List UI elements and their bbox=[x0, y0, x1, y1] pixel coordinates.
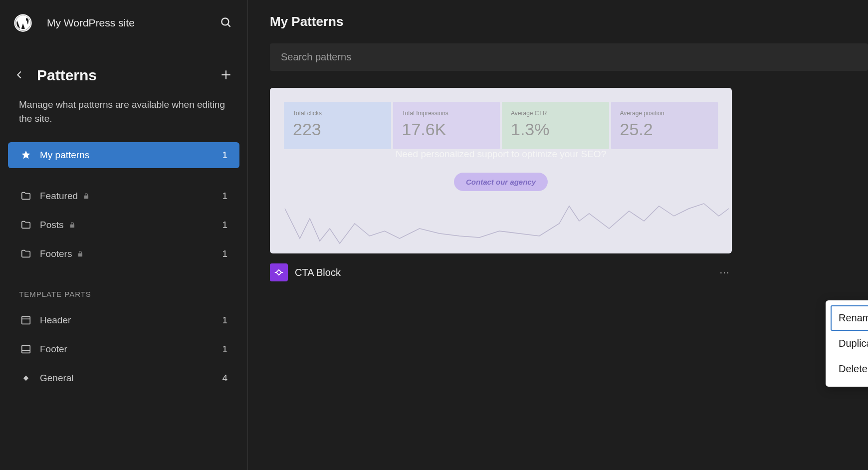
page-title: My Patterns bbox=[270, 14, 868, 29]
add-icon[interactable] bbox=[219, 68, 233, 82]
folder-icon bbox=[20, 219, 32, 231]
stat-value: 1.3% bbox=[511, 120, 600, 139]
pattern-card: Total clicks 223 Total Impressions 17.6K… bbox=[270, 88, 732, 291]
preview-cta-button: Contact our agency bbox=[454, 173, 548, 191]
sidebar-item-count: 4 bbox=[222, 373, 227, 384]
chart-area bbox=[270, 194, 732, 253]
sidebar-item-count: 1 bbox=[222, 220, 227, 231]
patterns-description: Manage what patterns are available when … bbox=[0, 84, 247, 137]
back-icon[interactable] bbox=[14, 69, 26, 81]
stat-label: Average position bbox=[620, 110, 709, 117]
stat-value: 223 bbox=[293, 120, 382, 139]
wordpress-logo-icon[interactable] bbox=[14, 14, 32, 32]
sidebar-item-featured[interactable]: Featured 1 bbox=[8, 183, 239, 209]
svg-point-1 bbox=[221, 18, 228, 25]
stat-box: Total clicks 223 bbox=[284, 102, 391, 149]
preview-question: Need personalized support to optimize yo… bbox=[270, 149, 732, 160]
sidebar-item-posts[interactable]: Posts 1 bbox=[8, 212, 239, 238]
lock-icon bbox=[83, 193, 90, 200]
diamond-icon bbox=[20, 372, 32, 384]
menu-item-duplicate[interactable]: Duplicate bbox=[831, 331, 868, 356]
sidebar-item-label: Header bbox=[40, 315, 214, 326]
sidebar-item-footer[interactable]: Footer 1 bbox=[8, 336, 239, 362]
sidebar-item-label: My patterns bbox=[40, 150, 214, 161]
more-options-icon[interactable]: ⋯ bbox=[718, 266, 732, 278]
template-parts-heading: TEMPLATE PARTS bbox=[0, 275, 247, 302]
star-icon bbox=[20, 149, 32, 161]
menu-item-rename[interactable]: Rename bbox=[831, 305, 868, 331]
sidebar-item-label: General bbox=[40, 373, 214, 384]
stat-label: Average CTR bbox=[511, 110, 600, 117]
sidebar-item-count: 1 bbox=[222, 191, 227, 202]
site-header: My WordPress site bbox=[0, 9, 247, 37]
lock-icon bbox=[69, 222, 76, 229]
search-input[interactable] bbox=[281, 51, 857, 63]
template-parts-list: Header 1 Footer 1 General 4 bbox=[0, 302, 247, 399]
stats-row: Total clicks 223 Total Impressions 17.6K… bbox=[270, 88, 732, 149]
folder-icon bbox=[20, 248, 32, 260]
sidebar-item-footers[interactable]: Footers 1 bbox=[8, 241, 239, 267]
pattern-meta: CTA Block ⋯ bbox=[270, 253, 732, 291]
sidebar: My WordPress site Patterns Manage what p… bbox=[0, 0, 248, 470]
stat-box: Average CTR 1.3% bbox=[502, 102, 609, 149]
site-title[interactable]: My WordPress site bbox=[47, 17, 205, 29]
sidebar-item-my-patterns[interactable]: My patterns 1 bbox=[8, 142, 239, 168]
pattern-type-icon bbox=[270, 263, 288, 281]
header-icon bbox=[20, 314, 32, 326]
svg-rect-5 bbox=[22, 317, 30, 324]
lock-icon bbox=[77, 250, 84, 257]
sidebar-item-label: Featured bbox=[40, 191, 214, 202]
svg-rect-7 bbox=[22, 346, 30, 353]
stat-label: Total Impressions bbox=[402, 110, 491, 117]
sidebar-item-count: 1 bbox=[222, 315, 227, 326]
main-content: My Patterns Total clicks 223 Total Impre… bbox=[248, 0, 868, 470]
stat-value: 25.2 bbox=[620, 120, 709, 139]
stat-value: 17.6K bbox=[402, 120, 491, 139]
sidebar-item-header[interactable]: Header 1 bbox=[8, 307, 239, 333]
menu-item-delete[interactable]: Delete bbox=[831, 356, 868, 382]
pattern-categories-list: My patterns 1 Featured 1 Posts 1 bbox=[0, 137, 247, 275]
pattern-name: CTA Block bbox=[295, 267, 711, 278]
svg-line-2 bbox=[228, 24, 230, 27]
search-icon[interactable] bbox=[219, 16, 233, 30]
stat-box: Average position 25.2 bbox=[611, 102, 718, 149]
folder-icon bbox=[20, 190, 32, 202]
patterns-title: Patterns bbox=[37, 67, 209, 84]
sidebar-item-label: Footers bbox=[40, 248, 214, 259]
stat-box: Total Impressions 17.6K bbox=[393, 102, 500, 149]
patterns-header: Patterns bbox=[0, 37, 247, 84]
stat-label: Total clicks bbox=[293, 110, 382, 117]
context-menu: Rename Duplicate Delete bbox=[826, 300, 868, 387]
svg-rect-9 bbox=[23, 376, 28, 381]
sidebar-item-general[interactable]: General 4 bbox=[8, 365, 239, 391]
svg-rect-10 bbox=[276, 270, 281, 275]
footer-icon bbox=[20, 343, 32, 355]
sidebar-item-label: Footer bbox=[40, 344, 214, 355]
sidebar-item-count: 1 bbox=[222, 150, 227, 161]
pattern-preview[interactable]: Total clicks 223 Total Impressions 17.6K… bbox=[270, 88, 732, 253]
sidebar-item-count: 1 bbox=[222, 248, 227, 259]
sidebar-item-count: 1 bbox=[222, 344, 227, 355]
search-box[interactable] bbox=[270, 43, 868, 71]
sidebar-item-label: Posts bbox=[40, 220, 214, 231]
